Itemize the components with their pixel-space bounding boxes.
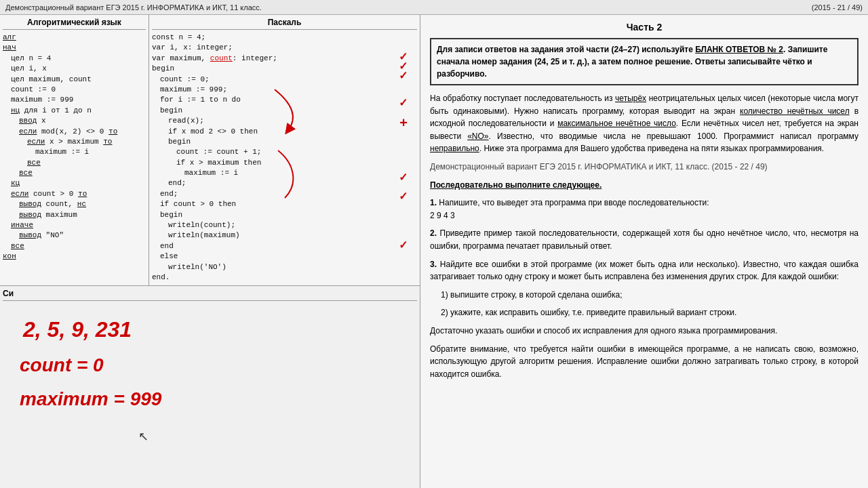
handwritten-count: count = 0 <box>20 354 104 376</box>
instructions-text: Для записи ответов на задания этой части… <box>437 45 827 79</box>
task-header: Последовательно выполните следующее. <box>430 179 859 192</box>
top-bar-left: Демонстрационный вариант ЕГЭ 2015 г. ИНФ… <box>5 3 262 12</box>
alg-code: алг нач цел n = 4 цел i, x цел maximum, … <box>3 33 146 262</box>
main-description: На обработку поступает последовательност… <box>430 92 859 155</box>
handwritten-maximum: maximum = 999 <box>20 388 161 410</box>
task-2: 2. Приведите пример такой последовательн… <box>430 227 859 252</box>
sub-reference: Демонстрационный вариант ЕГЭ 2015 г. ИНФ… <box>430 161 859 174</box>
handwritten-sequence: 2, 5, 9, 231 <box>23 317 132 342</box>
right-panel-title: Часть 2 <box>430 22 859 33</box>
alg-header: Алгоритмический язык <box>3 18 146 30</box>
task-1: 1. Напишите, что выведет эта программа п… <box>430 197 859 222</box>
si-header: Си <box>3 289 417 301</box>
pascal-header: Паскаль <box>152 18 417 30</box>
task-3: 3. Найдите все ошибки в этой программе (… <box>430 258 859 381</box>
instructions-box: Для записи ответов на задания этой части… <box>430 38 859 85</box>
top-bar-right: (2015 - 21 / 49) <box>812 3 863 12</box>
pascal-code: const n = 4; var i, x: integer; var maxi… <box>152 33 417 283</box>
